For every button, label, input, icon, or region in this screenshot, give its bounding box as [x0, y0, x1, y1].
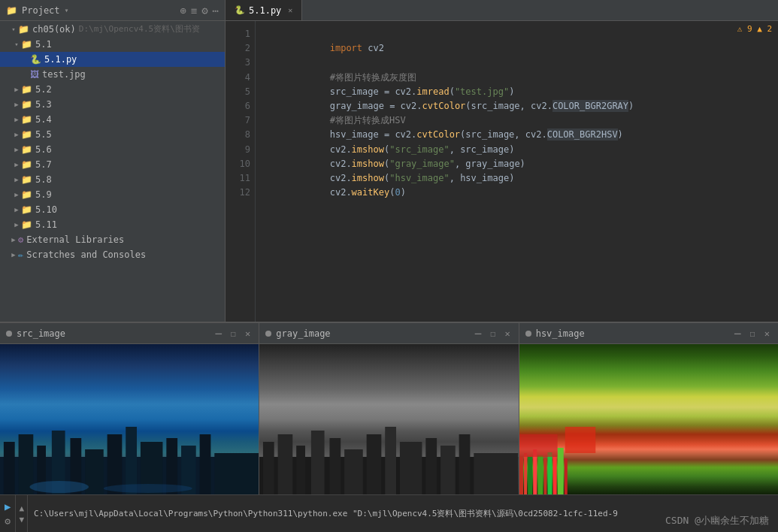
sidebar-item-5.3[interactable]: ▶ 📁 5.3: [0, 97, 225, 112]
code-content[interactable]: import cv2 #将图片转换成灰度图 src_image = cv2.im…: [256, 21, 778, 322]
folder-5.10-icon: 📁: [21, 204, 32, 215]
minimize-btn-gray[interactable]: ─: [473, 328, 483, 340]
svg-point-15: [104, 484, 192, 493]
minimize-btn-hsv[interactable]: ─: [732, 328, 743, 340]
project-path-label: D:\mj\Opencv4.5资料\图书资: [79, 23, 200, 35]
gray-image-content: [259, 344, 518, 494]
folder-5.8-icon: 📁: [21, 174, 32, 185]
arrow-right-5.9: ▶: [12, 191, 21, 198]
sidebar-item-5.2[interactable]: ▶ 📁 5.2: [0, 82, 225, 97]
sidebar-item-5.6[interactable]: ▶ 📁 5.6: [0, 142, 225, 157]
svg-rect-28: [459, 434, 471, 494]
img-file-icon: 🖼: [30, 69, 39, 80]
folder-icon: 📁: [6, 5, 17, 16]
gray-image-window: gray_image ─ ☐ ✕: [259, 323, 519, 494]
sidebar-item-5.5[interactable]: ▶ 📁 5.5: [0, 127, 225, 142]
src-image-window: src_image ─ ☐ ✕: [0, 323, 259, 494]
scroll-down-btn[interactable]: ▼: [19, 515, 24, 524]
svg-rect-31: [524, 453, 527, 494]
sidebar-5.10-label: 5.10: [35, 204, 57, 215]
tab-close-icon[interactable]: ✕: [288, 6, 292, 14]
svg-rect-41: [565, 427, 595, 453]
svg-rect-40: [519, 434, 558, 457]
svg-rect-21: [330, 438, 341, 494]
close-btn-gray[interactable]: ✕: [502, 328, 512, 339]
close-btn-src[interactable]: ✕: [243, 328, 253, 339]
minimize-btn-src[interactable]: ─: [213, 328, 223, 340]
warning-indicator: ⚠ 9 ▲ 2: [737, 24, 772, 34]
sidebar-5.6-label: 5.6: [35, 144, 52, 155]
gray-image-titlebar[interactable]: gray_image ─ ☐ ✕: [259, 323, 518, 344]
sidebar-item-scratches[interactable]: ▶ ✏ Scratches and Consoles: [0, 247, 225, 262]
project-label[interactable]: Project: [22, 5, 60, 16]
svg-rect-19: [297, 446, 306, 494]
sidebar-item-5.1-folder[interactable]: ▾ 📁 5.1: [0, 37, 225, 52]
close-btn-hsv[interactable]: ✕: [762, 328, 772, 339]
image-windows-area: src_image ─ ☐ ✕: [0, 322, 778, 494]
py-file-tab-icon: 🐍: [235, 5, 245, 15]
svg-rect-36: [547, 452, 552, 494]
project-folder-icon: 📁: [18, 24, 29, 35]
sidebar-item-test.jpg[interactable]: 🖼 test.jpg: [0, 67, 225, 82]
arrow-right-scratches: ▶: [9, 251, 18, 258]
scroll-up-btn[interactable]: ▲: [19, 503, 24, 513]
maximize-btn-hsv[interactable]: ☐: [748, 328, 758, 339]
sidebar-5.9-label: 5.9: [35, 189, 52, 200]
svg-rect-20: [311, 431, 325, 494]
svg-rect-30: [519, 457, 523, 494]
sidebar-5.8-label: 5.8: [35, 174, 52, 185]
sidebar-item-5.11[interactable]: ▶ 📁 5.11: [0, 217, 225, 232]
arrow-right-5.3: ▶: [12, 101, 21, 108]
arrow-right-5.10: ▶: [12, 206, 21, 213]
svg-rect-18: [278, 434, 293, 494]
svg-rect-26: [426, 438, 437, 494]
folder-5.11-icon: 📁: [21, 219, 32, 230]
svg-point-14: [29, 481, 89, 493]
tab-label: 5.1.py: [249, 5, 281, 16]
svg-rect-1: [4, 442, 15, 494]
dropdown-icon[interactable]: ▾: [65, 6, 69, 14]
watermark-text: CSDN @小幽余生不加糖: [665, 515, 769, 526]
tab-5.1.py[interactable]: 🐍 5.1.py ✕: [226, 0, 302, 20]
maximize-btn-gray[interactable]: ☐: [488, 328, 498, 339]
sidebar-item-5.1.py[interactable]: 🐍 5.1.py: [0, 52, 225, 67]
warning-count: ⚠ 9 ▲ 2: [737, 24, 772, 34]
hsv-image-titlebar[interactable]: hsv_image ─ ☐ ✕: [519, 323, 778, 344]
sidebar-5.1py-label: 5.1.py: [44, 54, 77, 65]
svg-rect-24: [386, 427, 397, 494]
terminal-settings-icon[interactable]: ⚙: [5, 515, 11, 527]
sidebar-item-5.10[interactable]: ▶ 📁 5.10: [0, 202, 225, 217]
sidebar-item-external-libraries[interactable]: ▶ ⚙ External Libraries: [0, 232, 225, 247]
folder-5.6-icon: 📁: [21, 144, 32, 155]
sidebar-5.3-label: 5.3: [35, 99, 52, 110]
svg-rect-38: [557, 448, 563, 494]
tab-bar: 🐍 5.1.py ✕: [226, 0, 302, 20]
win-dot-gray: [265, 331, 271, 337]
external-lib-icon: ⚙: [18, 234, 23, 245]
sidebar-item-5.8[interactable]: ▶ 📁 5.8: [0, 172, 225, 187]
scope-icon[interactable]: ⊕: [180, 5, 186, 17]
view-icon[interactable]: ≡: [191, 5, 197, 17]
settings-icon[interactable]: ⋯: [213, 5, 219, 17]
terminal-bar: ▶ ⚙ ▲ ▼ C:\Users\mjl\AppData\Local\Progr…: [0, 494, 778, 532]
gear-icon[interactable]: ⚙: [201, 5, 207, 17]
src-image-titlebar[interactable]: src_image ─ ☐ ✕: [0, 323, 259, 344]
sidebar-5.11-label: 5.11: [35, 219, 57, 230]
sidebar-item-5.9[interactable]: ▶ 📁 5.9: [0, 187, 225, 202]
sidebar: ▾ 📁 ch05(ok) D:\mj\Opencv4.5资料\图书资 ▾ 📁 5…: [0, 21, 226, 322]
sidebar-item-5.4[interactable]: ▶ 📁 5.4: [0, 112, 225, 127]
hsv-image-window: hsv_image ─ ☐ ✕: [519, 323, 778, 494]
terminal-run-icon[interactable]: ▶: [5, 500, 11, 512]
code-line-1: import cv2: [265, 27, 769, 41]
maximize-btn-src[interactable]: ☐: [229, 328, 238, 339]
sidebar-item-ch05ok[interactable]: ▾ 📁 ch05(ok) D:\mj\Opencv4.5资料\图书资: [0, 21, 225, 37]
arrow-right-5.11: ▶: [12, 221, 21, 228]
arrow-down-icon-5.1: ▾: [12, 41, 21, 48]
svg-rect-27: [440, 446, 456, 494]
folder-5.1-icon: 📁: [21, 39, 32, 50]
sidebar-item-5.7[interactable]: ▶ 📁 5.7: [0, 157, 225, 172]
win-dot-hsv: [525, 331, 531, 337]
svg-rect-17: [263, 442, 274, 494]
arrow-right-5.6: ▶: [12, 146, 21, 153]
folder-5.3-icon: 📁: [21, 99, 32, 110]
